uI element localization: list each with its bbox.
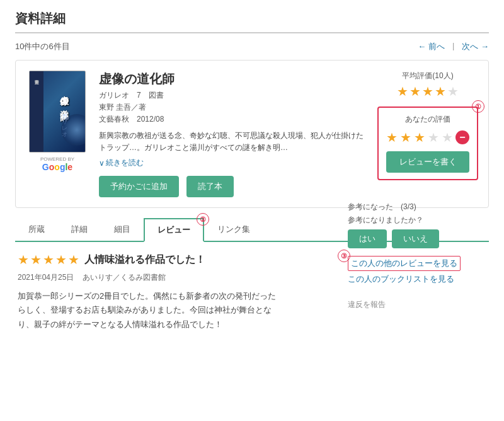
- prev-link[interactable]: ← 前へ: [418, 41, 445, 52]
- pagination-info: 10件中の6件目: [15, 41, 70, 52]
- pagination-separator: |: [452, 41, 454, 52]
- your-rating-section: あなたの評価 ★ ★ ★ ★ ★ − レビューを書く: [377, 107, 478, 180]
- violation-link[interactable]: 違反を報告: [348, 299, 486, 310]
- tab-review[interactable]: レビュー ②: [144, 218, 204, 242]
- avg-star-4: ★: [435, 84, 446, 99]
- book-cover: 東野圭吾 虚像の道化師 ガリレオ: [29, 71, 86, 153]
- pagination-bar: 10件中の6件目 ← 前へ | 次へ →: [15, 41, 489, 52]
- rating-sidebar: 平均評価(10人) ★ ★ ★ ★ ★ ① あなたの評価 ★ ★ ★: [377, 71, 478, 197]
- booklist-link[interactable]: この人のブックリストを見る: [348, 274, 486, 285]
- book-info: 虚像の道化師 ガリレオ 7 図書 東野 圭吾／著 文藝春秋 2012/08 新興…: [99, 71, 367, 197]
- your-star-3[interactable]: ★: [414, 130, 425, 145]
- avg-star-5: ★: [447, 84, 459, 99]
- write-review-button[interactable]: レビューを書く: [386, 151, 469, 173]
- helpful-question: 参考になりましたか？: [348, 215, 486, 226]
- other-reviews-link[interactable]: この人の他のレビューを見る: [348, 256, 461, 271]
- helpful-label: 参考になった (3/3): [348, 202, 486, 212]
- tab-link-label: リンク集: [217, 224, 250, 234]
- book-title: 虚像の道化師: [99, 71, 367, 88]
- read-button[interactable]: 読了本: [186, 176, 234, 197]
- page-container: 資料詳細 10件中の6件目 ← 前へ | 次へ → 東野圭吾 虚像の道化師 ガリ…: [0, 0, 504, 349]
- book-card: 東野圭吾 虚像の道化師 ガリレオ POWERED BY Google 虚像の道化…: [15, 60, 489, 208]
- next-link[interactable]: 次へ →: [462, 41, 489, 52]
- tab-detail-label: 詳細: [71, 224, 88, 234]
- avg-star-2: ★: [410, 84, 421, 99]
- review-star-2: ★: [30, 252, 42, 267]
- cover-image-decoration: [61, 114, 86, 146]
- review-title: 人情味溢れる作品でした！: [84, 253, 205, 267]
- tab-saiboku-label: 細目: [114, 224, 130, 234]
- book-series: ガリレオ 7 図書: [99, 90, 367, 101]
- your-star-4[interactable]: ★: [428, 130, 439, 145]
- avg-rating-label: 平均評価(10人): [377, 71, 478, 81]
- cover-title-text: 虚像の道化師: [59, 89, 70, 107]
- book-actions: 予約かごに追加 読了本: [99, 176, 367, 197]
- read-more-text: 続きを読む: [106, 158, 144, 168]
- your-star-1[interactable]: ★: [386, 130, 398, 145]
- review-body: 加賀恭一郎シリーズの2冊目でした。偶然にも新参者の次の発刊だったらしく、登場する…: [18, 289, 282, 331]
- book-publisher: 文藝春秋 2012/08: [99, 114, 367, 125]
- minus-rating-button[interactable]: −: [455, 130, 469, 144]
- book-cover-main: 虚像の道化師 ガリレオ: [43, 71, 85, 152]
- annotation-1-badge: ①: [472, 100, 484, 113]
- review-star-1: ★: [18, 252, 29, 267]
- review-header: ★ ★ ★ ★ ★ 人情味溢れる作品でした！: [18, 252, 348, 267]
- review-stars: ★ ★ ★ ★ ★: [18, 252, 79, 267]
- avg-star-1: ★: [397, 84, 408, 99]
- avg-rating-section: 平均評価(10人) ★ ★ ★ ★ ★: [377, 71, 478, 99]
- your-star-5[interactable]: ★: [442, 130, 453, 145]
- tab-detail[interactable]: 詳細: [58, 218, 101, 241]
- tab-review-label: レビュー: [158, 225, 190, 234]
- your-rating-label: あなたの評価: [386, 114, 469, 125]
- review-reviewer: あいりす／くるみ図書館: [83, 273, 166, 282]
- review-star-4: ★: [55, 252, 67, 267]
- powered-by-label: POWERED BY: [40, 156, 74, 162]
- book-cover-area: 東野圭吾 虚像の道化師 ガリレオ POWERED BY Google: [26, 71, 89, 197]
- review-star-3: ★: [43, 252, 54, 267]
- chevron-down-icon: ∨: [99, 159, 105, 168]
- tab-link[interactable]: リンク集: [204, 218, 263, 241]
- review-links: ③ この人の他のレビューを見る この人のブックリストを見る 違反を報告: [348, 256, 486, 310]
- other-reviews-link-wrapper: ③ この人の他のレビューを見る: [348, 256, 486, 271]
- review-date: 2021年04月25日: [18, 273, 74, 282]
- review-star-5: ★: [68, 252, 79, 267]
- helpful-buttons: はい いいえ: [348, 229, 486, 248]
- your-rating-wrapper: ① あなたの評価 ★ ★ ★ ★ ★ − レビューを書く: [377, 107, 478, 180]
- your-stars-row: ★ ★ ★ ★ ★ −: [386, 130, 469, 145]
- pagination-nav: ← 前へ | 次へ →: [418, 41, 489, 52]
- review-helpful: 参考になった (3/3) 参考になりましたか？ はい いいえ ③ この人の他のレ…: [348, 202, 486, 310]
- read-more-link[interactable]: ∨ 続きを読む: [99, 158, 367, 168]
- powered-by-google: POWERED BY Google: [40, 156, 74, 172]
- book-description: 新興宗教の教祖が送る念、奇妙な幻聴、不可思議な殺人現場、犯人が仕掛けたトラップ……: [99, 130, 367, 154]
- helpful-no-button[interactable]: いいえ: [392, 229, 439, 248]
- tab-shozou-label: 所蔵: [28, 224, 45, 234]
- book-cover-spine: 東野圭吾: [30, 71, 43, 152]
- tab-saiboku[interactable]: 細目: [101, 218, 144, 241]
- avg-star-3: ★: [422, 84, 433, 99]
- page-title: 資料詳細: [15, 10, 489, 33]
- reserve-button[interactable]: 予約かごに追加: [99, 176, 179, 197]
- google-logo: Google: [40, 162, 74, 172]
- avg-stars: ★ ★ ★ ★ ★: [377, 84, 478, 99]
- helpful-yes-button[interactable]: はい: [348, 229, 387, 248]
- tab-shozou[interactable]: 所蔵: [15, 218, 58, 241]
- your-star-2[interactable]: ★: [400, 130, 411, 145]
- review-section: 参考になった (3/3) 参考になりましたか？ はい いいえ ③ この人の他のレ…: [15, 252, 489, 338]
- book-author: 東野 圭吾／著: [99, 102, 367, 113]
